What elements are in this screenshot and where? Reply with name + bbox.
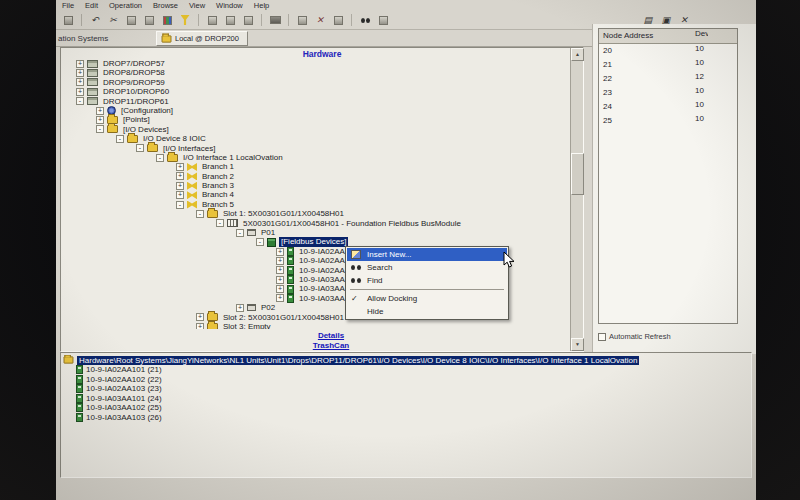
- camera-icon[interactable]: [267, 13, 283, 27]
- copy-icon[interactable]: [123, 13, 139, 27]
- tree-item[interactable]: -DROP11/DROP61: [61, 97, 569, 106]
- expand-toggle[interactable]: +: [176, 163, 184, 171]
- tree-item[interactable]: -5X00301G01/1X00458H01 - Foundation Fiel…: [61, 219, 569, 228]
- open-icon[interactable]: [204, 13, 220, 27]
- tree-item[interactable]: +DROP7/DROP57: [61, 59, 569, 68]
- collapse-toggle[interactable]: -: [176, 201, 184, 209]
- expand-toggle[interactable]: +: [196, 313, 204, 321]
- expand-toggle[interactable]: +: [276, 276, 284, 284]
- colors-icon[interactable]: [159, 13, 175, 27]
- tree-item[interactable]: -Branch 5: [61, 200, 569, 209]
- menu-browse[interactable]: Browse: [153, 1, 178, 10]
- expand-toggle[interactable]: +: [276, 257, 284, 265]
- monitor-icon[interactable]: [375, 13, 391, 27]
- tree-item[interactable]: +[Points]: [61, 115, 569, 124]
- menu-help[interactable]: Help: [254, 1, 269, 10]
- context-menu-item-allow-docking[interactable]: ✓Allow Docking: [347, 292, 507, 305]
- node-row[interactable]: 2410: [599, 100, 737, 114]
- bottom-tree-item[interactable]: 10-9-IA02AA101 (21): [63, 365, 751, 375]
- tree-item[interactable]: +Branch 2: [61, 172, 569, 181]
- collapse-toggle[interactable]: -: [256, 238, 264, 246]
- binoculars-icon[interactable]: [357, 13, 373, 27]
- menu-edit[interactable]: Edit: [85, 1, 98, 10]
- node-row[interactable]: 2310: [599, 86, 737, 100]
- tree-item[interactable]: -P01: [61, 228, 569, 237]
- collapse-toggle[interactable]: -: [136, 144, 144, 152]
- menu-view[interactable]: View: [189, 1, 205, 10]
- expand-toggle[interactable]: +: [96, 116, 104, 124]
- tree-item[interactable]: +[Configuration]: [61, 106, 569, 115]
- node-row[interactable]: 2212: [599, 72, 737, 86]
- clipboard-icon[interactable]: [240, 13, 256, 27]
- expand-toggle[interactable]: +: [176, 182, 184, 190]
- context-menu-item-hide[interactable]: Hide: [347, 305, 507, 318]
- scroll-up-icon[interactable]: ▲: [571, 48, 584, 61]
- expand-toggle[interactable]: +: [176, 172, 184, 180]
- collapse-toggle[interactable]: -: [76, 97, 84, 105]
- tree-item[interactable]: +Branch 3: [61, 181, 569, 190]
- scroll-down-icon[interactable]: ▼: [571, 338, 584, 351]
- menu-window[interactable]: Window: [216, 1, 243, 10]
- expand-toggle[interactable]: +: [276, 266, 284, 274]
- expand-toggle[interactable]: +: [196, 323, 204, 329]
- auto-refresh-checkbox[interactable]: [598, 333, 606, 341]
- expand-toggle[interactable]: +: [76, 60, 84, 68]
- tree-item[interactable]: +DROP10/DROP60: [61, 87, 569, 96]
- bottom-tree-item[interactable]: 10-9-IA03AA103 (26): [63, 413, 751, 423]
- delete-icon[interactable]: ✕: [312, 13, 328, 27]
- collapse-toggle[interactable]: -: [216, 219, 224, 227]
- context-menu-item-search[interactable]: Search: [347, 261, 507, 274]
- node-row[interactable]: 2010: [599, 44, 737, 59]
- undo-icon[interactable]: ↶: [87, 13, 103, 27]
- refresh-icon[interactable]: [330, 13, 346, 27]
- expand-toggle[interactable]: +: [276, 294, 284, 302]
- collapse-toggle[interactable]: -: [156, 154, 164, 162]
- tree-item[interactable]: -[I/O Devices]: [61, 125, 569, 134]
- details-link[interactable]: Details: [221, 331, 441, 341]
- print-icon: [64, 16, 73, 25]
- device-icon: [287, 256, 294, 265]
- tree-item[interactable]: +DROP9/DROP59: [61, 78, 569, 87]
- collapse-toggle[interactable]: -: [96, 125, 104, 133]
- expand-toggle[interactable]: +: [236, 304, 244, 312]
- expand-toggle[interactable]: +: [276, 248, 284, 256]
- collapse-toggle[interactable]: -: [116, 135, 124, 143]
- tree-item[interactable]: +Slot 3: Empty: [61, 322, 569, 329]
- select-icon[interactable]: [294, 13, 310, 27]
- bottom-tree-item[interactable]: 10-9-IA02AA102 (22): [63, 375, 751, 385]
- expand-toggle[interactable]: +: [76, 69, 84, 77]
- context-menu-item-find[interactable]: Find: [347, 274, 507, 287]
- expand-toggle[interactable]: +: [96, 107, 104, 115]
- tree-item[interactable]: -[I/O Interfaces]: [61, 144, 569, 153]
- cut-icon[interactable]: ✂: [105, 13, 121, 27]
- tab-local-drop[interactable]: Local @ DROP200: [156, 31, 248, 46]
- bottom-tree-item[interactable]: 10-9-IA02AA103 (23): [63, 384, 751, 394]
- tree-item[interactable]: -I/O Interface 1 LocalOvation: [61, 153, 569, 162]
- menu-operation[interactable]: Operation: [109, 1, 142, 10]
- node-row[interactable]: 2510: [599, 114, 737, 128]
- filter-icon[interactable]: [177, 13, 193, 27]
- scroll-thumb[interactable]: [571, 153, 584, 195]
- bottom-tree-item[interactable]: 10-9-IA03AA101 (24): [63, 394, 751, 404]
- tree-item[interactable]: +Branch 4: [61, 190, 569, 199]
- expand-toggle[interactable]: +: [176, 191, 184, 199]
- expand-toggle[interactable]: +: [76, 88, 84, 96]
- expand-toggle[interactable]: +: [276, 285, 284, 293]
- collapse-toggle[interactable]: -: [236, 229, 244, 237]
- menu-file[interactable]: File: [62, 1, 74, 10]
- export-icon[interactable]: [222, 13, 238, 27]
- context-menu-item-insert-new[interactable]: Insert New...: [347, 248, 507, 261]
- print-icon[interactable]: [60, 13, 76, 27]
- tree-item[interactable]: -Slot 1: 5X00301G01/1X00458H01: [61, 209, 569, 218]
- bottom-tree-item[interactable]: 10-9-IA03AA102 (25): [63, 403, 751, 413]
- tree-scrollbar[interactable]: ▲ ▼: [570, 48, 583, 351]
- node-row[interactable]: 2110: [599, 58, 737, 72]
- collapse-toggle[interactable]: -: [196, 210, 204, 218]
- paste-icon[interactable]: [141, 13, 157, 27]
- tree-item[interactable]: -I/O Device 8 IOIC: [61, 134, 569, 143]
- expand-toggle[interactable]: +: [76, 78, 84, 86]
- bottom-root-row[interactable]: Hardware\Root Systems\JiangYiNetworks\NL…: [63, 355, 751, 365]
- tree-item[interactable]: +Branch 1: [61, 162, 569, 171]
- tree-item[interactable]: +DROP8/DROP58: [61, 68, 569, 77]
- trashcan-link[interactable]: TrashCan: [221, 341, 441, 351]
